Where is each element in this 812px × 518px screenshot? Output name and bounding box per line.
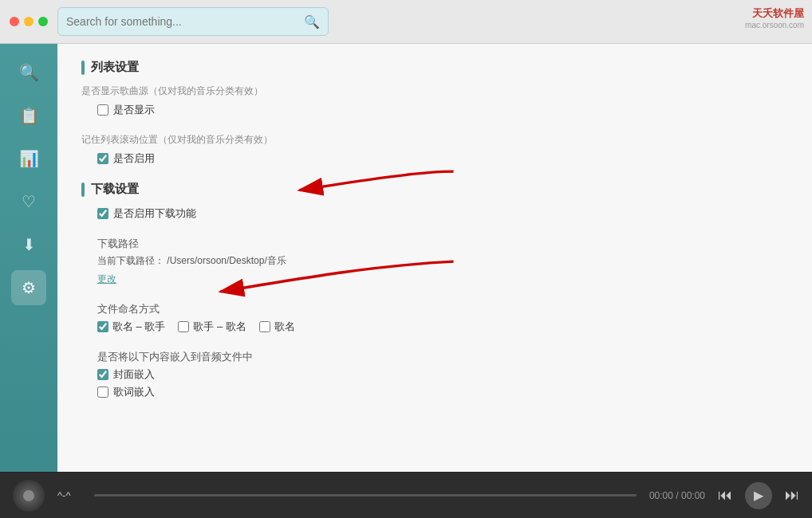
enable-download-checkbox-row: 是否启用下载功能 xyxy=(97,206,788,221)
show-source-checkbox-row: 是否显示 xyxy=(97,103,788,117)
filename-option1-checkbox[interactable] xyxy=(97,321,108,332)
search-icon[interactable]: 🔍 xyxy=(304,14,320,29)
minimize-button[interactable] xyxy=(24,17,34,26)
sidebar-item-library[interactable]: 📋 xyxy=(11,98,46,133)
close-button[interactable] xyxy=(10,17,19,26)
maximize-button[interactable] xyxy=(38,17,48,26)
filename-option1-label: 歌名 – 歌手 xyxy=(112,320,165,334)
remember-scroll-checkbox[interactable] xyxy=(97,153,108,164)
embed-lyrics-checkbox[interactable] xyxy=(97,387,108,398)
downloads-nav-icon: ⬇ xyxy=(22,235,36,254)
watermark-logo: 天夭软件屋 xyxy=(752,6,804,21)
charts-nav-icon: 📊 xyxy=(19,149,39,168)
filename-options: 歌名 – 歌手 歌手 – 歌名 歌名 xyxy=(97,320,788,334)
settings-nav-icon: ⚙ xyxy=(22,278,36,297)
embed-cover-checkbox[interactable] xyxy=(97,369,108,380)
embed-lyrics-row: 歌词嵌入 xyxy=(97,385,788,399)
enable-download-group: 是否启用下载功能 xyxy=(81,206,788,221)
embed-cover-row: 封面嵌入 xyxy=(97,367,788,382)
search-nav-icon: 🔍 xyxy=(19,63,39,82)
change-path-link[interactable]: 更改 xyxy=(97,273,116,285)
list-settings-header: 列表设置 xyxy=(81,60,788,75)
player-bar: ^-^ 00:00 / 00:00 ⏮ ▶ ⏭ xyxy=(0,472,812,518)
embed-group: 是否将以下内容嵌入到音频文件中 封面嵌入 歌词嵌入 xyxy=(81,350,788,399)
enable-download-label: 是否启用下载功能 xyxy=(113,206,196,221)
enable-download-checkbox[interactable] xyxy=(97,208,108,219)
player-progress-bar[interactable] xyxy=(94,494,637,496)
show-source-checkbox[interactable] xyxy=(97,104,108,116)
sidebar-item-settings[interactable]: ⚙ xyxy=(11,270,46,305)
embed-section-label: 是否将以下内容嵌入到音频文件中 xyxy=(97,350,788,364)
download-path-value: 当前下载路径： /Users/orsoon/Desktop/音乐 xyxy=(97,254,788,268)
embed-cover-label: 封面嵌入 xyxy=(113,367,155,382)
remember-scroll-label: 记住列表滚动位置（仅对我的音乐分类有效） xyxy=(81,133,788,147)
show-source-group: 是否显示歌曲源（仅对我的音乐分类有效） 是否显示 xyxy=(81,84,788,117)
settings-content: 列表设置 是否显示歌曲源（仅对我的音乐分类有效） 是否显示 记住列表滚动位置（仅… xyxy=(57,44,812,472)
show-source-label: 是否显示歌曲源（仅对我的音乐分类有效） xyxy=(81,84,788,98)
filename-option-2: 歌手 – 歌名 xyxy=(178,320,246,334)
sidebar-item-favorites[interactable]: ♡ xyxy=(11,184,46,219)
player-track-label: ^-^ xyxy=(57,489,81,501)
app-window: 🔍 天夭软件屋 mac.orsoon.com 🔍 📋 📊 ♡ ⬇ xyxy=(0,0,812,518)
download-settings-header: 下载设置 xyxy=(81,182,788,197)
album-art xyxy=(13,480,45,512)
traffic-lights xyxy=(10,17,48,26)
download-path-group: 下载路径 当前下载路径： /Users/orsoon/Desktop/音乐 更改 xyxy=(81,237,788,286)
sidebar-item-search[interactable]: 🔍 xyxy=(11,55,46,90)
play-button[interactable]: ▶ xyxy=(745,482,772,509)
remember-scroll-checkbox-label: 是否启用 xyxy=(113,151,155,166)
library-nav-icon: 📋 xyxy=(19,106,39,125)
remember-scroll-checkbox-row: 是否启用 xyxy=(97,151,788,166)
player-time: 00:00 / 00:00 xyxy=(649,490,705,501)
embed-lyrics-label: 歌词嵌入 xyxy=(113,385,155,399)
watermark: 天夭软件屋 mac.orsoon.com xyxy=(745,6,804,29)
show-source-checkbox-label: 是否显示 xyxy=(113,103,155,117)
sidebar: 🔍 📋 📊 ♡ ⬇ ⚙ xyxy=(0,44,57,472)
filename-option3-label: 歌名 xyxy=(274,320,295,334)
player-controls: ⏮ ▶ ⏭ xyxy=(718,482,799,509)
favorites-nav-icon: ♡ xyxy=(22,192,36,211)
filename-option2-label: 歌手 – 歌名 xyxy=(193,320,246,334)
filename-option-1: 歌名 – 歌手 xyxy=(97,320,165,334)
remember-scroll-group: 记住列表滚动位置（仅对我的音乐分类有效） 是否启用 xyxy=(81,133,788,166)
search-bar[interactable]: 🔍 xyxy=(57,7,329,36)
watermark-url: mac.orsoon.com xyxy=(745,21,804,29)
filename-group: 文件命名方式 歌名 – 歌手 歌手 – 歌名 歌名 xyxy=(81,302,788,334)
download-path-section-label: 下载路径 xyxy=(97,237,788,251)
filename-option3-checkbox[interactable] xyxy=(259,321,270,332)
filename-option2-checkbox[interactable] xyxy=(178,321,189,332)
filename-option-3: 歌名 xyxy=(259,320,295,334)
prev-button[interactable]: ⏮ xyxy=(718,487,732,504)
sidebar-item-downloads[interactable]: ⬇ xyxy=(11,227,46,262)
top-bar: 🔍 天夭软件屋 mac.orsoon.com xyxy=(0,0,812,44)
main-area: 🔍 📋 📊 ♡ ⬇ ⚙ 列表设置 是 xyxy=(0,44,812,472)
filename-section-label: 文件命名方式 xyxy=(97,302,788,316)
search-input[interactable] xyxy=(66,15,301,28)
album-art-inner xyxy=(23,490,34,501)
next-button[interactable]: ⏭ xyxy=(785,487,799,504)
sidebar-item-charts[interactable]: 📊 xyxy=(11,141,46,176)
